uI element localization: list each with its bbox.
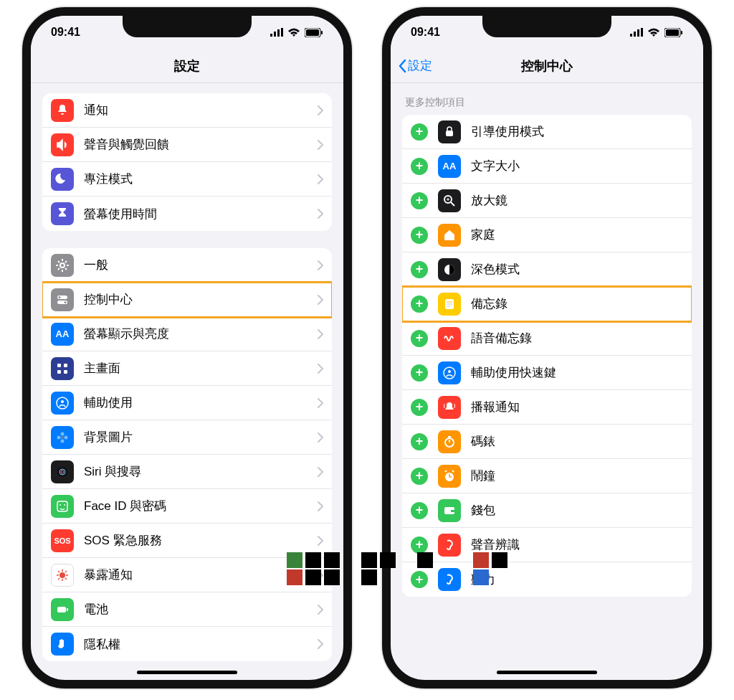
- svg-rect-3: [281, 28, 283, 37]
- row-battery[interactable]: 電池: [42, 592, 332, 627]
- row-label: SOS 緊急服務: [84, 532, 318, 549]
- svg-point-29: [59, 572, 65, 578]
- page-title: 設定: [174, 57, 200, 75]
- row-alarm[interactable]: +鬧鐘: [402, 459, 692, 493]
- row-label: 背景圖片: [84, 429, 318, 445]
- row-guided[interactable]: +引導使用模式: [402, 115, 692, 149]
- row-stopwatch[interactable]: +碼錶: [402, 425, 692, 459]
- row-general[interactable]: 一般: [42, 248, 332, 283]
- guided-icon: [438, 120, 461, 143]
- row-shortcuts[interactable]: +輔助使用快速鍵: [402, 356, 692, 390]
- phone-left: 09:41 設定 通知聲音與觸覺回饋專注模式螢幕使用時間 一般控制中心AA螢幕顯…: [22, 7, 352, 689]
- chevron-right-icon: [318, 329, 323, 339]
- add-button[interactable]: +: [411, 227, 428, 244]
- dark-icon: [438, 258, 461, 281]
- privacy-icon: [51, 633, 74, 656]
- status-time: 09:41: [411, 26, 440, 39]
- row-voicememo[interactable]: +語音備忘錄: [402, 321, 692, 356]
- chevron-right-icon: [318, 174, 323, 184]
- svg-rect-39: [67, 608, 68, 611]
- row-label: Face ID 與密碼: [84, 498, 318, 514]
- row-siri[interactable]: Siri 與搜尋: [42, 455, 332, 489]
- row-label: 播報通知: [471, 399, 683, 415]
- exposure-icon: [51, 564, 74, 587]
- svg-point-17: [61, 400, 64, 403]
- row-label: 螢幕使用時間: [84, 206, 318, 222]
- add-button[interactable]: +: [411, 502, 428, 519]
- signal-icon: [270, 28, 283, 37]
- chevron-right-icon: [318, 432, 323, 443]
- svg-rect-41: [634, 32, 636, 37]
- home-indicator[interactable]: [137, 671, 237, 674]
- status-time: 09:41: [51, 26, 80, 39]
- row-privacy[interactable]: 隱私權: [42, 627, 332, 661]
- row-label: 聲音辨識: [471, 536, 683, 553]
- row-focus[interactable]: 專注模式: [42, 162, 332, 197]
- chevron-right-icon: [318, 639, 323, 649]
- svg-line-34: [58, 571, 59, 572]
- row-notes[interactable]: +備忘錄: [402, 287, 692, 321]
- svg-rect-1: [274, 32, 276, 37]
- svg-point-22: [65, 435, 68, 439]
- row-wallpaper[interactable]: 背景圖片: [42, 420, 332, 455]
- row-label: 輔助使用快速鍵: [471, 364, 683, 381]
- row-label: 語音備忘錄: [471, 330, 683, 346]
- row-magnifier[interactable]: +放大鏡: [402, 184, 692, 218]
- row-textsize[interactable]: +AA文字大小: [402, 149, 692, 184]
- row-label: 暴露通知: [84, 567, 318, 583]
- add-button[interactable]: +: [411, 433, 428, 450]
- chevron-right-icon: [318, 467, 323, 477]
- row-screentime[interactable]: 螢幕使用時間: [42, 197, 332, 231]
- status-icons: [270, 28, 323, 37]
- svg-rect-40: [630, 34, 632, 37]
- wifi-icon: [647, 28, 660, 37]
- add-button[interactable]: +: [411, 364, 428, 382]
- row-control-center[interactable]: 控制中心: [42, 283, 332, 317]
- back-label: 設定: [408, 57, 432, 74]
- add-button[interactable]: +: [411, 261, 428, 278]
- battery-icon: [664, 28, 683, 37]
- back-button[interactable]: 設定: [398, 49, 432, 82]
- svg-point-11: [65, 301, 67, 303]
- sos-icon: SOS: [51, 529, 74, 552]
- settings-scroll[interactable]: 通知聲音與觸覺回饋專注模式螢幕使用時間 一般控制中心AA螢幕顯示與亮度主畫面輔助…: [31, 83, 343, 680]
- wallpaper-icon: [51, 426, 74, 449]
- row-notifications[interactable]: 通知: [42, 93, 332, 128]
- stopwatch-icon: [438, 430, 461, 453]
- row-home2[interactable]: +家庭: [402, 218, 692, 252]
- svg-rect-14: [57, 370, 61, 374]
- section-header: 更多控制項目: [402, 83, 692, 115]
- add-button[interactable]: +: [411, 295, 428, 313]
- row-announce[interactable]: +播報通知: [402, 390, 692, 425]
- add-button[interactable]: +: [411, 468, 428, 485]
- row-display[interactable]: AA螢幕顯示與亮度: [42, 317, 332, 351]
- display-icon: AA: [51, 323, 74, 346]
- row-label: Siri 與搜尋: [84, 463, 318, 480]
- notifications-icon: [51, 99, 74, 122]
- row-dark[interactable]: +深色模式: [402, 252, 692, 287]
- svg-point-58: [448, 370, 451, 373]
- add-button[interactable]: +: [411, 192, 428, 209]
- row-home[interactable]: 主畫面: [42, 351, 332, 386]
- add-button[interactable]: +: [411, 536, 428, 554]
- row-faceid[interactable]: Face ID 與密碼: [42, 489, 332, 524]
- add-button[interactable]: +: [411, 123, 428, 141]
- status-icons: [630, 28, 683, 37]
- control-center-scroll[interactable]: 更多控制項目 +引導使用模式+AA文字大小+放大鏡+家庭+深色模式+備忘錄+語音…: [391, 83, 703, 680]
- battery-icon: [51, 598, 74, 621]
- nav-bar: 設定: [31, 49, 343, 83]
- row-accessibility[interactable]: 輔助使用: [42, 386, 332, 420]
- svg-point-9: [59, 296, 61, 298]
- screentime-icon: [51, 202, 74, 225]
- add-button[interactable]: +: [411, 399, 428, 416]
- row-label: 螢幕顯示與亮度: [84, 326, 318, 342]
- home-indicator[interactable]: [497, 671, 597, 674]
- svg-point-19: [61, 432, 65, 435]
- notes-icon: [438, 293, 461, 316]
- row-label: 控制中心: [84, 291, 318, 308]
- add-button[interactable]: +: [411, 158, 428, 175]
- add-button[interactable]: +: [411, 330, 428, 347]
- row-sounds[interactable]: 聲音與觸覺回饋: [42, 128, 332, 162]
- siri-icon: [51, 460, 74, 483]
- row-wallet[interactable]: +錢包: [402, 493, 692, 528]
